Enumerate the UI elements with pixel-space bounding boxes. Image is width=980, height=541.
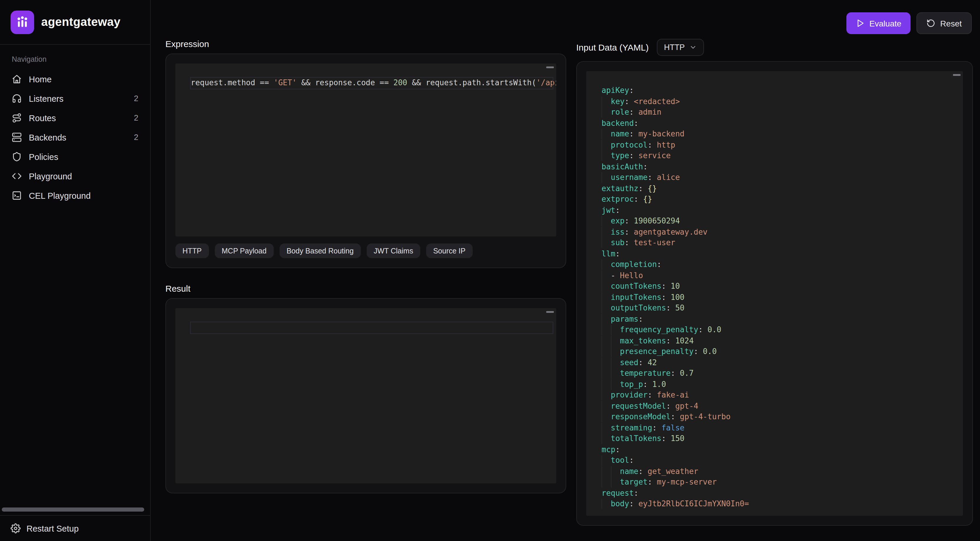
yaml-line: mcp: bbox=[601, 444, 959, 455]
sidebar-item-listeners[interactable]: Listeners2 bbox=[0, 89, 150, 108]
code-icon bbox=[12, 171, 22, 181]
yaml-line: temperature: 0.7 bbox=[601, 368, 959, 379]
yaml-scrollbar-thumb[interactable] bbox=[953, 74, 961, 76]
yaml-line: name: get_weather bbox=[601, 466, 959, 477]
expression-editor-content: request.method == 'GET' && response.code… bbox=[175, 63, 556, 96]
yaml-line: sub: test-user bbox=[601, 238, 959, 248]
sidebar-scrollbar-thumb[interactable] bbox=[2, 508, 144, 512]
yaml-code: apiKey:key: <redacted>role: adminbackend… bbox=[586, 71, 963, 516]
indent-guide bbox=[601, 477, 611, 487]
brand-name: agentgateway bbox=[41, 15, 120, 29]
input-type-select[interactable]: HTTP bbox=[657, 39, 704, 56]
app-root: agentgateway Navigation HomeListeners2Ro… bbox=[0, 0, 980, 541]
indent-guide bbox=[611, 335, 620, 346]
sample-chip-mcp-payload[interactable]: MCP Payload bbox=[215, 243, 274, 258]
sidebar-item-label: Policies bbox=[29, 152, 58, 162]
indent-guide bbox=[601, 401, 611, 411]
expression-code-line: request.method == 'GET' && response.code… bbox=[191, 78, 553, 89]
sample-chip-body-based-routing[interactable]: Body Based Routing bbox=[280, 243, 361, 258]
indent-guide bbox=[611, 466, 620, 477]
yaml-line: llm: bbox=[601, 248, 959, 259]
sidebar-item-label: Backends bbox=[29, 133, 66, 142]
result-editor-content bbox=[175, 308, 556, 341]
sidebar-item-policies[interactable]: Policies bbox=[0, 147, 150, 167]
sidebar-item-count: 2 bbox=[134, 133, 138, 142]
sidebar-item-label: Routes bbox=[29, 113, 56, 122]
indent-guide bbox=[601, 172, 611, 183]
yaml-line: params: bbox=[601, 314, 959, 325]
yaml-line: frequency_penalty: 0.0 bbox=[601, 325, 959, 335]
chevron-down-icon bbox=[689, 43, 697, 51]
yaml-line: requestModel: gpt-4 bbox=[601, 401, 959, 412]
yaml-line: outputTokens: 50 bbox=[601, 303, 959, 314]
expression-editor[interactable]: request.method == 'GET' && response.code… bbox=[175, 63, 556, 236]
indent-guide bbox=[601, 96, 611, 107]
indent-guide bbox=[611, 357, 620, 368]
route-icon bbox=[12, 113, 22, 123]
result-card bbox=[165, 298, 566, 493]
indent-guide bbox=[601, 107, 611, 117]
indent-guide bbox=[601, 499, 611, 509]
indent-guide bbox=[601, 227, 611, 237]
input-type-value: HTTP bbox=[664, 43, 685, 52]
indent-guide bbox=[601, 379, 611, 390]
sidebar-item-routes[interactable]: Routes2 bbox=[0, 108, 150, 128]
sidebar-item-label: Home bbox=[29, 75, 51, 84]
toolbar: Evaluate Reset bbox=[846, 12, 972, 34]
sidebar-item-home[interactable]: Home bbox=[0, 70, 150, 89]
yaml-line: iss: agentgateway.dev bbox=[601, 227, 959, 238]
sidebar-item-count: 2 bbox=[134, 94, 138, 103]
sidebar-item-label: CEL Playground bbox=[29, 191, 91, 200]
result-editor[interactable] bbox=[175, 308, 556, 483]
yaml-line: top_p: 1.0 bbox=[601, 379, 959, 390]
indent-guide bbox=[601, 466, 611, 477]
yaml-line: exp: 1900650294 bbox=[601, 216, 959, 227]
yaml-line: completion: bbox=[601, 259, 959, 270]
sample-chip-source-ip[interactable]: Source IP bbox=[426, 243, 473, 258]
yaml-line: presence_penalty: 0.0 bbox=[601, 346, 959, 357]
yaml-line: seed: 42 bbox=[601, 357, 959, 368]
indent-guide bbox=[601, 259, 611, 270]
result-scrollbar-thumb[interactable] bbox=[546, 311, 554, 313]
yaml-line: provider: fake-ai bbox=[601, 390, 959, 401]
sidebar: agentgateway Navigation HomeListeners2Ro… bbox=[0, 0, 151, 541]
expression-scrollbar-thumb[interactable] bbox=[546, 67, 554, 68]
indent-guide bbox=[611, 325, 620, 335]
yaml-line: username: alice bbox=[601, 172, 959, 183]
indent-guide bbox=[601, 314, 611, 324]
home-icon bbox=[12, 74, 22, 84]
gear-icon bbox=[11, 524, 21, 533]
yaml-line: countTokens: 10 bbox=[601, 281, 959, 292]
sidebar-item-cel-playground[interactable]: CEL Playground bbox=[0, 186, 150, 205]
yaml-editor[interactable]: apiKey:key: <redacted>role: adminbackend… bbox=[586, 71, 963, 516]
yaml-line: tool: bbox=[601, 455, 959, 466]
yaml-line: max_tokens: 1024 bbox=[601, 335, 959, 346]
sidebar-scrollbar[interactable] bbox=[2, 508, 148, 512]
reset-icon bbox=[927, 19, 935, 28]
input-data-column: Input Data (YAML) HTTP apiKey:key: <reda… bbox=[576, 39, 973, 526]
restart-setup-button[interactable]: Restart Setup bbox=[0, 515, 150, 541]
sample-chip-jwt-claims[interactable]: JWT Claims bbox=[367, 243, 420, 258]
indent-guide bbox=[601, 368, 611, 379]
content-columns: Expression request.method == 'GET' && re… bbox=[165, 39, 973, 526]
yaml-line: extauthz: {} bbox=[601, 183, 959, 194]
reset-button[interactable]: Reset bbox=[917, 12, 972, 34]
yaml-line: inputTokens: 100 bbox=[601, 292, 959, 303]
expression-column: Expression request.method == 'GET' && re… bbox=[165, 39, 566, 493]
evaluate-label: Evaluate bbox=[869, 19, 901, 28]
yaml-line: name: my-backend bbox=[601, 129, 959, 140]
yaml-line: protocol: http bbox=[601, 140, 959, 151]
yaml-line: totalTokens: 150 bbox=[601, 433, 959, 444]
evaluate-button[interactable]: Evaluate bbox=[846, 12, 911, 34]
expression-card: request.method == 'GET' && response.code… bbox=[165, 54, 566, 268]
indent-guide bbox=[601, 412, 611, 422]
yaml-line: extproc: {} bbox=[601, 194, 959, 205]
sidebar-item-playground[interactable]: Playground bbox=[0, 167, 150, 186]
yaml-line: streaming: false bbox=[601, 422, 959, 433]
terminal-square-icon bbox=[12, 190, 22, 200]
yaml-line: backend: bbox=[601, 118, 959, 129]
sample-chip-http[interactable]: HTTP bbox=[175, 243, 208, 258]
sidebar-item-backends[interactable]: Backends2 bbox=[0, 128, 150, 147]
shield-icon bbox=[12, 152, 22, 162]
input-data-header: Input Data (YAML) HTTP bbox=[576, 39, 973, 56]
